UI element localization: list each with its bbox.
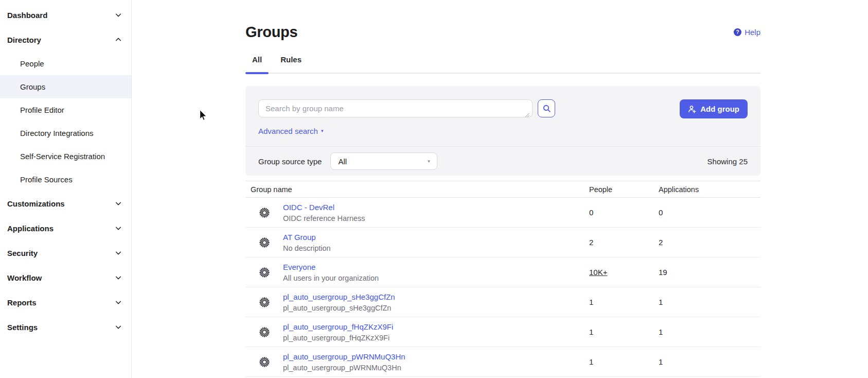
chevron-down-icon	[115, 200, 122, 207]
sidebar-item-profile-sources[interactable]: Profile Sources	[0, 168, 131, 191]
sidebar-item-self-service-registration[interactable]: Self-Service Registration	[0, 145, 131, 168]
sidebar-item-groups[interactable]: Groups	[0, 75, 131, 98]
sidebar-item-label: Workflow	[7, 273, 42, 282]
people-count: 1	[589, 298, 659, 306]
search-button[interactable]	[538, 99, 555, 117]
group-name-link[interactable]: OIDC - DevRel	[283, 203, 334, 212]
table-row: pl_auto_usergroup_fHqZKzX9Fi pl_auto_use…	[245, 317, 760, 347]
table-row: pl_auto_usergroup_sHe3ggCfZn pl_auto_use…	[245, 287, 760, 317]
sidebar-item-dashboard[interactable]: Dashboard	[0, 3, 131, 27]
group-gear-icon	[259, 207, 270, 218]
applications-count: 1	[659, 357, 760, 366]
column-header-applications: Applications	[659, 185, 760, 194]
sidebar-item-label: Security	[7, 249, 38, 257]
applications-count: 0	[659, 208, 760, 217]
filter-panel: Add group Advanced search ▾ Group source…	[245, 86, 760, 176]
group-description: All users in your organization	[283, 274, 379, 282]
sidebar-item-label: People	[20, 59, 44, 68]
group-description: pl_auto_usergroup_fHqZKzX9Fi	[283, 334, 393, 342]
group-description: pl_auto_usergroup_pWRNMuQ3Hn	[283, 364, 405, 372]
sidebar-item-directory-integrations[interactable]: Directory Integrations	[0, 122, 131, 145]
sidebar-item-label: Settings	[7, 323, 38, 332]
people-count-link[interactable]: 10K+	[589, 268, 607, 277]
group-gear-icon	[259, 327, 270, 338]
sidebar-item-directory[interactable]: Directory	[0, 27, 131, 52]
chevron-down-icon	[115, 299, 122, 306]
sidebar-item-reports[interactable]: Reports	[0, 290, 131, 315]
help-link[interactable]: ? Help	[734, 28, 760, 37]
column-header-group-name: Group name	[245, 185, 589, 194]
sidebar-item-label: Self-Service Registration	[20, 152, 105, 161]
sidebar-item-profile-editor[interactable]: Profile Editor	[0, 98, 131, 122]
main-content: Groups ? Help All Rules	[132, 0, 868, 378]
page-header: Groups ? Help	[245, 0, 760, 41]
table-row: AT Group No description 2 2	[245, 228, 760, 257]
caret-down-icon: ▼	[427, 159, 431, 164]
user-add-icon	[688, 105, 696, 113]
sidebar-item-label: Applications	[7, 224, 54, 233]
sidebar-item-workflow[interactable]: Workflow	[0, 265, 131, 290]
group-name-link[interactable]: AT Group	[283, 233, 316, 242]
chevron-down-icon	[115, 249, 122, 256]
tab-bar: All Rules	[245, 55, 760, 74]
sidebar-item-customizations[interactable]: Customizations	[0, 191, 131, 216]
sidebar-item-label: Groups	[20, 82, 45, 91]
caret-down-icon: ▾	[321, 129, 324, 133]
group-name-link[interactable]: Everyone	[283, 263, 315, 271]
source-type-value: All	[338, 157, 347, 166]
applications-count: 1	[659, 328, 760, 336]
applications-count: 19	[659, 268, 760, 277]
groups-table: Group name People Applications OIDC - De…	[245, 181, 760, 377]
sidebar-item-security[interactable]: Security	[0, 240, 131, 265]
group-gear-icon	[259, 297, 270, 308]
filter-row: Group source type All ▼ Showing 25	[245, 147, 760, 176]
source-type-label: Group source type	[258, 157, 322, 166]
sidebar-item-people[interactable]: People	[0, 52, 131, 75]
advanced-search-link[interactable]: Advanced search ▾	[258, 127, 323, 135]
group-gear-icon	[259, 237, 270, 248]
tab-all[interactable]: All	[245, 55, 269, 73]
help-question-icon: ?	[734, 28, 741, 36]
sidebar-item-label: Dashboard	[7, 11, 47, 20]
add-group-label: Add group	[700, 105, 739, 113]
sidebar-item-label: Directory	[7, 36, 41, 44]
chevron-down-icon	[115, 323, 122, 331]
sidebar-item-settings[interactable]: Settings	[0, 315, 131, 339]
applications-count: 1	[659, 298, 760, 306]
group-name-link[interactable]: pl_auto_usergroup_sHe3ggCfZn	[283, 293, 395, 301]
search-input[interactable]	[258, 99, 533, 117]
group-description: No description	[283, 244, 331, 252]
sidebar-item-applications[interactable]: Applications	[0, 216, 131, 240]
sidebar-item-label: Customizations	[7, 199, 65, 208]
group-description: OIDC reference Harness	[283, 214, 365, 222]
group-description: pl_auto_usergroup_sHe3ggCfZn	[283, 304, 395, 312]
column-header-people: People	[589, 185, 659, 194]
people-count: 1	[589, 357, 659, 366]
table-row: Everyone All users in your organization …	[245, 257, 760, 287]
group-name-link[interactable]: pl_auto_usergroup_pWRNMuQ3Hn	[283, 352, 405, 361]
sidebar-item-label: Profile Sources	[20, 175, 73, 184]
showing-count: Showing 25	[707, 157, 748, 166]
applications-count: 2	[659, 238, 760, 247]
chevron-down-icon	[115, 274, 122, 281]
sidebar-nav: Dashboard Directory People Groups Profil…	[0, 0, 132, 378]
search-icon	[542, 104, 551, 113]
chevron-up-icon	[115, 36, 122, 43]
okta-admin-app: Dashboard Directory People Groups Profil…	[0, 0, 868, 378]
chevron-down-icon	[115, 225, 122, 232]
people-count: 0	[589, 208, 659, 217]
tab-rules[interactable]: Rules	[274, 55, 308, 73]
help-link-label: Help	[745, 28, 760, 37]
table-row: OIDC - DevRel OIDC reference Harness 0 0	[245, 198, 760, 228]
group-name-link[interactable]: pl_auto_usergroup_fHqZKzX9Fi	[283, 322, 393, 331]
group-gear-icon	[259, 356, 270, 368]
sidebar-item-label: Profile Editor	[20, 106, 64, 114]
add-group-button[interactable]: Add group	[680, 99, 748, 118]
people-count: 1	[589, 328, 659, 336]
search-box	[258, 99, 533, 117]
sidebar-item-label: Reports	[7, 298, 37, 307]
advanced-search-label: Advanced search	[258, 127, 318, 135]
source-type-select[interactable]: All ▼	[330, 152, 437, 170]
table-row: pl_auto_usergroup_pWRNMuQ3Hn pl_auto_use…	[245, 347, 760, 377]
search-section: Add group Advanced search ▾	[245, 86, 760, 146]
